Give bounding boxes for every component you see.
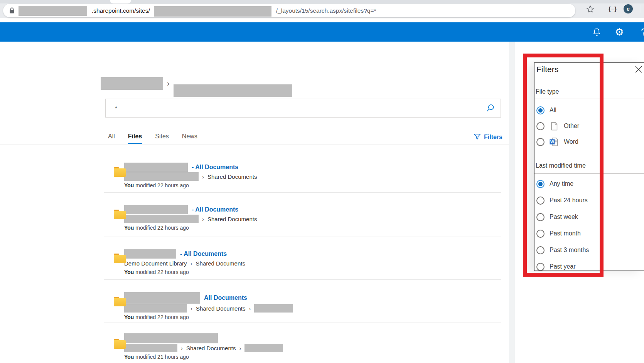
result-title-redaction-box: [124, 205, 188, 214]
url-redaction-box: [154, 6, 271, 17]
folder-icon: [114, 210, 126, 219]
result-title-redaction-box: [124, 333, 218, 343]
filter-option-past-24-hours[interactable]: Past 24 hours: [536, 194, 588, 207]
chevron-right-icon: ›: [191, 305, 192, 312]
result-title-link[interactable]: - All Documents: [180, 250, 227, 257]
tab-news[interactable]: News: [182, 133, 197, 144]
result-library-name: Shared Documents: [186, 345, 236, 351]
radio-icon[interactable]: [536, 230, 545, 238]
table-row: - All Documents Demo Document Library › …: [104, 237, 501, 280]
radio-icon[interactable]: [536, 246, 545, 254]
word-icon: W: [550, 138, 559, 146]
tab-sites[interactable]: Sites: [155, 133, 169, 144]
result-modified-text: You modified 22 hours ago: [124, 269, 501, 275]
toolbar-divider: [641, 5, 641, 13]
result-path-redaction-box: [124, 172, 199, 181]
file-icon: [550, 122, 559, 131]
filter-option-label: Past year: [550, 263, 576, 270]
radio-icon[interactable]: [536, 138, 545, 146]
filter-option-any-time[interactable]: Any time: [536, 178, 573, 190]
filter-option-past-3-months[interactable]: Past 3 months: [536, 244, 589, 256]
chevron-right-icon: ›: [249, 305, 251, 312]
filter-option-label: Past 24 hours: [550, 197, 588, 204]
radio-selected-icon[interactable]: [536, 180, 545, 188]
help-icon[interactable]: ?: [639, 22, 644, 42]
result-library-name: Shared Documents: [196, 260, 245, 267]
sharepoint-suite-bar: ⚙ ?: [0, 22, 644, 42]
search-icon[interactable]: [486, 104, 494, 113]
filter-option-label: Other: [564, 123, 579, 129]
tab-all[interactable]: All: [108, 133, 115, 144]
result-modified-text: You modified 21 hours ago: [124, 354, 501, 360]
radio-icon[interactable]: [536, 122, 545, 130]
file-type-section-label: File type: [536, 88, 559, 95]
filter-option-label: Word: [564, 138, 578, 145]
profile-avatar-icon[interactable]: e: [624, 0, 633, 18]
filters-panel-title: Filters: [536, 65, 558, 74]
sharepoint-search-page: .sharepoint.com/sites/ /_layouts/15/sear…: [0, 0, 644, 363]
browser-tab-edge: [110, 0, 131, 3]
filter-option-other[interactable]: Other: [536, 120, 579, 132]
table-row: - All Documents › Shared Documents You m…: [104, 193, 501, 237]
lock-icon: [9, 7, 15, 14]
search-query-value: *: [115, 105, 117, 111]
filter-option-past-year[interactable]: Past year: [536, 260, 576, 273]
notifications-bell-icon[interactable]: [592, 22, 602, 42]
close-icon[interactable]: [635, 66, 642, 73]
search-results-list: - All Documents › Shared Documents You m…: [104, 145, 501, 363]
folder-icon: [114, 297, 126, 306]
filters-toggle-link[interactable]: Filters: [474, 133, 502, 141]
filter-option-word[interactable]: W Word: [536, 136, 578, 148]
filter-option-label: Any time: [550, 180, 573, 187]
folder-icon: [114, 167, 126, 177]
result-modified-text: You modified 22 hours ago: [124, 314, 501, 320]
result-path-redaction-box: [124, 304, 187, 313]
chevron-right-icon: ›: [202, 173, 204, 180]
filters-link-label: Filters: [484, 134, 502, 141]
url-redaction-box: [19, 6, 87, 16]
filter-option-past-week[interactable]: Past week: [536, 211, 578, 223]
result-title-link[interactable]: - All Documents: [192, 206, 238, 213]
result-library-name: Shared Documents: [207, 173, 257, 180]
breadcrumb-redaction-box: [174, 84, 292, 97]
result-library-name: Shared Documents: [196, 305, 245, 312]
svg-text:W: W: [550, 139, 554, 144]
table-row: - All Documents › Shared Documents You m…: [104, 145, 501, 193]
filter-option-all[interactable]: All: [536, 104, 556, 116]
table-row: All Documents › Shared Documents › You m…: [104, 280, 501, 323]
result-title-redaction-box: [124, 292, 200, 304]
chevron-right-icon: ›: [202, 216, 204, 222]
result-title-link[interactable]: All Documents: [204, 294, 247, 301]
radio-icon[interactable]: [536, 197, 545, 205]
result-title-link[interactable]: - All Documents: [192, 164, 238, 171]
radio-selected-icon[interactable]: [536, 106, 545, 114]
radio-icon[interactable]: [536, 263, 545, 271]
section-divider: [534, 173, 644, 174]
filter-option-label: Past week: [550, 213, 578, 220]
search-input[interactable]: *: [105, 99, 501, 118]
radio-icon[interactable]: [536, 213, 545, 221]
filter-option-past-month[interactable]: Past month: [536, 227, 581, 240]
address-bar[interactable]: .sharepoint.com/sites/ /_layouts/15/sear…: [3, 4, 575, 17]
section-divider: [534, 99, 644, 99]
filter-option-label: All: [550, 107, 556, 114]
funnel-icon: [474, 133, 481, 141]
folder-icon: [114, 254, 126, 263]
result-path-redaction-box: [254, 304, 293, 313]
tab-files[interactable]: Files: [128, 133, 142, 144]
url-domain-text: .sharepoint.com/sites/: [92, 7, 150, 14]
filter-option-label: Past 3 months: [550, 247, 589, 254]
result-path-redaction-box: [124, 344, 177, 352]
extension-icon[interactable]: {≡}: [609, 0, 617, 18]
result-path-redaction-box: [124, 215, 199, 223]
search-verticals: All Files Sites News: [108, 133, 197, 144]
breadcrumb-chevron-icon: ›: [167, 79, 170, 88]
bookmark-star-icon[interactable]: [586, 0, 594, 18]
last-modified-section-label: Last modified time: [536, 162, 586, 169]
result-modified-text: You modified 22 hours ago: [124, 182, 501, 188]
filters-panel: Filters File type All Other W Word Last …: [534, 62, 644, 271]
chevron-right-icon: ›: [239, 345, 241, 351]
chevron-right-icon: ›: [181, 345, 183, 351]
page-scrollbar[interactable]: [509, 42, 515, 363]
settings-gear-icon[interactable]: ⚙: [614, 22, 624, 42]
